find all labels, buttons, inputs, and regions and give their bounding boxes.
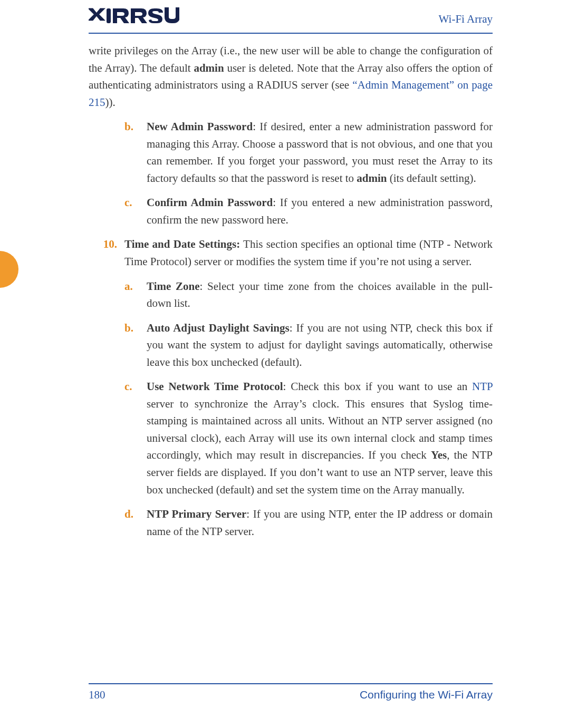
sub-item-c: c. Confirm Admin Password: If you entere… [124, 194, 493, 228]
sub-item-d2: d. NTP Primary Server: If you are using … [124, 506, 493, 540]
text-bold: NTP Primary Server [147, 508, 246, 520]
sub-body: Time Zone: Select your time zone from th… [147, 278, 493, 312]
sub-body: New Admin Password: If desired, enter a … [147, 118, 493, 187]
para-continuation: write privileges on the Array (i.e., the… [89, 42, 493, 111]
brand-text: Wi-Fi Array [439, 13, 493, 26]
page: R Wi-Fi Array write privileges on the Ar… [0, 0, 577, 728]
body-content: write privileges on the Array (i.e., the… [89, 42, 493, 547]
sub-label: d. [124, 506, 147, 540]
sub-item-b: b. New Admin Password: If desired, enter… [124, 118, 493, 187]
sub-body: NTP Primary Server: If you are using NTP… [147, 506, 493, 540]
text: (its default setting). [387, 172, 476, 185]
sub-body: Auto Adjust Daylight Savings: If you are… [147, 319, 493, 371]
text: )). [105, 96, 116, 109]
sub-label: a. [124, 278, 147, 312]
text-bold: Time Zone [147, 280, 200, 293]
sub-label: b. [124, 118, 147, 187]
text-bold: Time and Date Settings: [124, 238, 240, 250]
num-body: Time and Date Settings: This section spe… [124, 236, 493, 270]
sub-label: c. [124, 378, 147, 498]
sub-label: b. [124, 319, 147, 371]
text-bold: Yes [431, 449, 447, 461]
page-number: 180 [89, 688, 105, 702]
xirrus-logo: R [89, 6, 179, 25]
sub-item-b2: b. Auto Adjust Daylight Savings: If you … [124, 319, 493, 371]
sub-body: Confirm Admin Password: If you entered a… [147, 194, 493, 228]
page-header: R Wi-Fi Array [89, 9, 493, 34]
num-item-10: 10. Time and Date Settings: This section… [89, 236, 493, 270]
text-bold: Use Network Time Protocol [147, 380, 283, 393]
link-ntp[interactable]: NTP [472, 380, 493, 393]
sub-item-c2: c. Use Network Time Protocol: Check this… [124, 378, 493, 498]
text-bold: Auto Adjust Daylight Savings [147, 322, 290, 334]
num-label: 10. [89, 236, 124, 270]
sub-item-a2: a. Time Zone: Select your time zone from… [124, 278, 493, 312]
footer-title: Configuring the Wi-Fi Array [360, 688, 493, 701]
sub-label: c. [124, 194, 147, 228]
svg-text:R: R [177, 8, 179, 12]
text-bold: admin [194, 62, 224, 74]
side-tab-marker [0, 251, 18, 288]
page-footer: 180 Configuring the Wi-Fi Array [89, 683, 493, 702]
text-bold: New Admin Password [147, 120, 253, 133]
text-bold: admin [357, 172, 387, 185]
text-bold: Confirm Admin Password [147, 196, 273, 209]
svg-rect-0 [107, 8, 111, 23]
text: : Check this box if you want to use an [283, 380, 473, 393]
sub-body: Use Network Time Protocol: Check this bo… [147, 378, 493, 498]
